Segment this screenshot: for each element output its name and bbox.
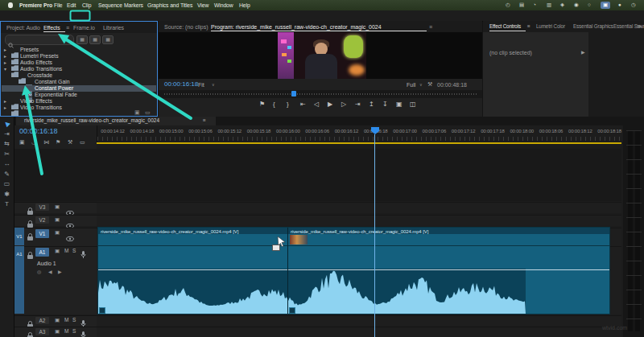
mute-button[interactable]: M [64, 249, 68, 254]
disclosure-closed-icon[interactable]: ▸ [4, 54, 6, 59]
step-forward-icon[interactable]: ▷ [341, 101, 346, 108]
disclosure-closed-icon[interactable]: ▸ [4, 60, 6, 65]
menu-item-clip[interactable]: Clip [82, 3, 91, 9]
tree-row-crossfade[interactable]: ▾Crossfade [2, 72, 156, 79]
disclosure-closed-icon[interactable]: ▸ [4, 99, 6, 104]
tree-row-audio-effects[interactable]: ▸Audio Effects [2, 60, 156, 66]
sync-lock-icon[interactable]: ▣ [55, 318, 60, 323]
keyframe-toggle-icon[interactable]: ◎ [37, 269, 41, 274]
source-patch-a1[interactable]: A1 [14, 246, 24, 314]
sync-status-icon[interactable]: ◴ [506, 2, 510, 8]
tree-row-video-transitions[interactable]: ▸Video Transitions [2, 105, 156, 111]
project-tab-frame-io[interactable]: Frame.io [73, 25, 95, 31]
project-tab-project-audio[interactable]: Project: Audio [6, 25, 40, 31]
lock-icon[interactable] [27, 230, 33, 243]
menu-item-window[interactable]: Window [214, 3, 233, 9]
mute-button[interactable]: M [64, 329, 68, 335]
sync-lock-icon[interactable]: ▣ [55, 217, 60, 223]
lift-icon[interactable]: ↥ [369, 101, 374, 108]
scrub-playhead[interactable] [291, 91, 296, 97]
program-scrub-bar[interactable] [159, 90, 482, 98]
tree-row-presets[interactable]: ▸Presets [2, 47, 156, 53]
project-tab-libraries[interactable]: Libraries [103, 25, 124, 31]
source-patch-v1[interactable]: V1 [14, 228, 24, 245]
menu-item-markers[interactable]: Markers [124, 3, 143, 9]
program-tab[interactable]: Program: riverside_mike_russell_raw-vide… [211, 24, 382, 30]
tree-row-video-effects[interactable]: ▸Video Effects [2, 98, 156, 105]
video-clip[interactable]: riverside_mike_russell_raw-video-ch_crea… [98, 228, 287, 245]
disclosure-open-icon[interactable]: ▾ [11, 73, 14, 78]
menu-item-sequence[interactable]: Sequence [98, 3, 122, 9]
account-icon[interactable]: ● [618, 2, 621, 8]
menu-item-help[interactable]: Help [239, 3, 250, 9]
sync-lock-icon[interactable]: ▣ [55, 329, 60, 335]
track-target-a3[interactable]: A3 [35, 328, 49, 335]
tree-row-constant-gain[interactable]: Constant Gain [2, 79, 156, 85]
step-back-icon[interactable]: ◁ [314, 101, 319, 108]
fx-tab-essential-graphics[interactable]: Essential Graphics [573, 24, 613, 29]
volume-rubber-band[interactable] [98, 269, 609, 270]
menu-item-file[interactable]: File [54, 3, 63, 9]
playback-quality-select[interactable]: Full [407, 82, 415, 88]
comparison-view-icon[interactable]: ◫ [410, 101, 416, 108]
mute-button[interactable]: M [64, 318, 68, 323]
export-frame-icon[interactable]: ▣ [396, 101, 402, 108]
fx-panel-menu-icon[interactable]: ≡ [527, 24, 530, 30]
track-target-v3[interactable]: V3 [35, 203, 49, 211]
menu-item-premiere-pro[interactable]: Premiere Pro [19, 3, 52, 9]
disclosure-closed-icon[interactable]: ▸ [4, 47, 6, 52]
display-status-icon[interactable]: ▥ [547, 2, 551, 8]
track-target-v1[interactable]: V1 [35, 229, 49, 238]
go-to-out-icon[interactable]: ⇥ [355, 101, 361, 108]
sync-lock-icon[interactable]: ▣ [55, 249, 60, 254]
go-to-in-icon[interactable]: ⇤ [300, 101, 306, 108]
menu-item-edit[interactable]: Edit [67, 3, 76, 9]
accessibility-icon[interactable]: ◉ [574, 2, 579, 8]
menu-item-view[interactable]: View [197, 3, 208, 9]
menu-item-graphics-and-titles[interactable]: Graphics and Titles [147, 3, 192, 9]
sync-lock-icon[interactable]: ▣ [55, 230, 60, 236]
mark-out-icon[interactable]: } [287, 101, 289, 108]
app-indicator-icon[interactable]: ▣ [601, 2, 610, 9]
mic-icon[interactable] [80, 328, 86, 337]
delete-icon[interactable]: ▭ [145, 109, 151, 115]
yuv-effects-icon[interactable]: ▦ [102, 35, 114, 44]
tree-row-audio-transitions[interactable]: ▾Audio Transitions [2, 66, 156, 72]
track-target-a2[interactable]: A2 [35, 317, 49, 324]
next-keyframe-icon[interactable]: ▶ [58, 269, 62, 274]
new-custom-bin-icon[interactable]: ▣ [134, 109, 140, 115]
fx-tab-lumetri-color[interactable]: Lumetri Color [536, 24, 565, 29]
clock-icon[interactable]: ◷ [631, 2, 636, 8]
zoom-level-select[interactable]: Fit [198, 82, 204, 88]
eye-icon[interactable] [66, 231, 74, 244]
tree-row-constant-power[interactable]: Constant Power [2, 85, 156, 92]
fx-tabs-overflow-icon[interactable]: ≫ [637, 24, 642, 30]
mic-icon[interactable] [80, 248, 86, 261]
source-tab[interactable]: Source: (no clips) [164, 24, 208, 30]
track-target-a1[interactable]: A1 [35, 248, 49, 257]
video-clip[interactable]: riverside_mike_russell_raw-video-ch_crea… [288, 228, 609, 245]
spotlight-icon[interactable]: ◈ [560, 2, 564, 8]
panel-menu-icon[interactable]: ≡ [429, 24, 432, 30]
sync-lock-icon[interactable]: ▣ [55, 204, 60, 210]
lock-icon[interactable] [27, 249, 33, 261]
solo-button[interactable]: S [72, 249, 76, 254]
program-timecode[interactable]: 00:00:16:18 [164, 81, 198, 88]
project-tab-effects[interactable]: Effects [43, 25, 60, 31]
prev-keyframe-icon[interactable]: ◀ [48, 269, 52, 274]
solo-button[interactable]: S [72, 329, 76, 335]
search-icon[interactable]: ○ [588, 2, 591, 8]
audio-clip[interactable] [98, 246, 609, 314]
disclosure-open-icon[interactable]: ▾ [4, 67, 6, 72]
tree-row-lumetri-presets[interactable]: ▸Lumetri Presets [2, 53, 156, 60]
add-marker-icon[interactable]: ⚑ [259, 101, 265, 108]
extract-icon[interactable]: ↧ [382, 101, 388, 108]
project-panel-menu-icon[interactable]: ≡ [66, 25, 69, 31]
disclosure-closed-icon[interactable]: ▸ [4, 105, 6, 110]
bit-depth-effects-icon[interactable]: ▦ [89, 35, 101, 44]
stage-manager-icon[interactable]: ▤ [519, 2, 524, 8]
screen-record-icon[interactable]: ◔ [533, 2, 536, 8]
fx-tab-effect-controls[interactable]: Effect Controls [489, 24, 521, 29]
accelerated-effects-icon[interactable]: ▦ [76, 35, 88, 44]
mini-timeline-playhead-icon[interactable]: ▶ [581, 50, 585, 55]
